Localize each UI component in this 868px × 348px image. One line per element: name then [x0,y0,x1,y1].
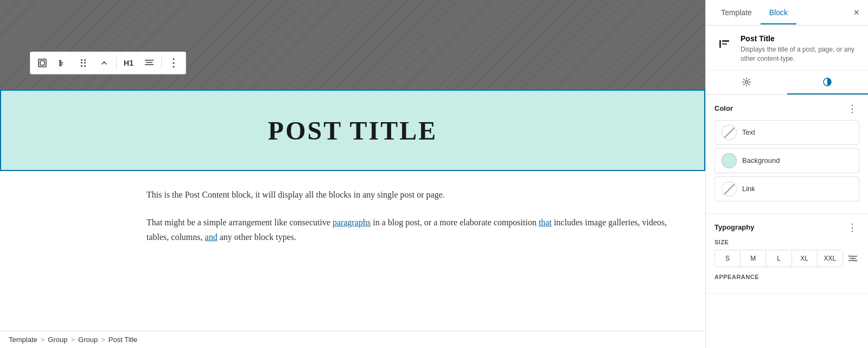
heading-level-button[interactable]: H1 [119,53,138,73]
block-info: Post Title Displays the title of a post,… [706,26,868,71]
size-xxl-button[interactable]: XXL [818,250,843,267]
paragraphs-link[interactable]: paragraphs [333,218,371,227]
breadcrumb-sep-2: > [71,336,75,344]
size-s-button[interactable]: S [715,250,741,267]
link-color-label: Link [742,185,755,193]
breadcrumb-item-group2[interactable]: Group [78,336,98,344]
svg-rect-0 [39,59,46,67]
typography-section: Typography ⋮ SIZE S M L XL XXL [706,214,868,294]
svg-rect-1 [40,61,44,65]
svg-point-12 [173,66,175,68]
breadcrumb: Template > Group > Group > Post Title [0,331,705,348]
icon-tabs [706,71,868,95]
transform-button[interactable] [53,53,73,73]
svg-point-16 [745,80,748,83]
color-text-option[interactable]: Text [714,120,859,145]
color-section-header: Color ⋮ [714,104,859,113]
post-title[interactable]: POST TITLE [268,116,437,145]
size-label: SIZE [714,239,859,245]
tab-block[interactable]: Block [761,2,796,24]
breadcrumb-sep-1: > [41,336,45,344]
svg-rect-13 [719,40,721,48]
block-description: Displays the title of a post, page, or a… [741,45,859,64]
more-options-button[interactable] [164,53,183,73]
text-color-swatch [722,125,737,140]
color-section: Color ⋮ Text Background Link [706,95,868,214]
content-paragraph-1: This is the Post Content block, it will … [146,187,673,202]
typography-more-button[interactable]: ⋮ [845,223,859,232]
svg-point-23 [856,260,857,261]
post-title-section: POST TITLE [0,90,705,171]
settings-tab[interactable] [706,71,787,94]
panel-tabs: Template Block × [706,0,868,26]
color-more-button[interactable]: ⋮ [845,104,859,113]
right-panel: Template Block × Post Title Displays the… [705,0,868,348]
background-color-label: Background [742,156,780,164]
close-button[interactable]: × [851,5,861,21]
svg-point-21 [848,255,850,257]
text-color-label: Text [742,128,755,136]
toolbar-separator-2 [161,56,162,69]
size-m-button[interactable]: M [741,250,766,267]
breadcrumb-item-group1[interactable]: Group [48,336,67,344]
color-background-option[interactable]: Background [714,148,859,173]
select-parent-button[interactable] [33,53,52,73]
svg-point-22 [852,257,854,259]
svg-point-11 [173,62,175,64]
typography-section-title: Typography [714,223,754,231]
breadcrumb-item-post-title[interactable]: Post Title [108,336,137,344]
block-title: Post Title [741,34,859,43]
size-l-button[interactable]: L [766,250,792,267]
block-title-group: Post Title Displays the title of a post,… [741,34,859,64]
and-link[interactable]: and [205,232,218,242]
block-toolbar: H1 [30,52,186,74]
styles-tab[interactable] [787,71,869,94]
color-section-title: Color [714,104,733,112]
size-filters-button[interactable] [846,253,859,264]
link-color-swatch [722,181,737,197]
appearance-label: APPEARANCE [714,274,859,280]
align-button[interactable] [139,53,159,73]
content-paragraph-2: That might be a simple arrangement like … [146,215,673,244]
move-up-button[interactable] [94,53,114,73]
content-area: This is the Post Content block, it will … [0,171,705,331]
that-link[interactable]: that [539,218,552,227]
svg-rect-14 [722,40,729,42]
svg-point-10 [173,59,175,60]
tab-template[interactable]: Template [712,2,761,24]
drag-button[interactable] [74,53,93,73]
svg-rect-15 [722,43,727,45]
color-link-option[interactable]: Link [714,176,859,201]
post-title-icon [714,34,734,54]
size-options: S M L XL XXL [714,250,843,267]
toolbar-separator [116,56,117,69]
breadcrumb-item-template[interactable]: Template [9,336,37,344]
typography-section-header: Typography ⋮ [714,223,859,232]
background-color-swatch [722,153,737,168]
size-xl-button[interactable]: XL [792,250,818,267]
breadcrumb-sep-3: > [101,336,105,344]
